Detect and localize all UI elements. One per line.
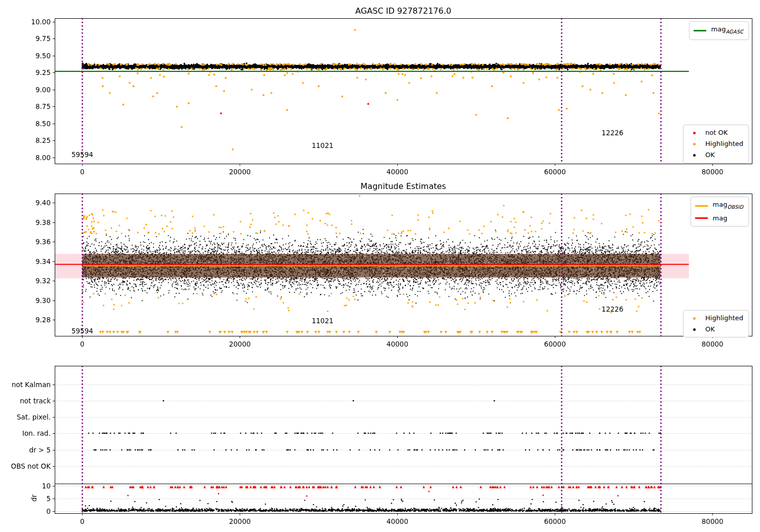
- magnitude-estimates-figure: AGASC ID 927872176.0 Magnitude Estimates…: [0, 0, 760, 532]
- x-tick-label: 0: [62, 339, 102, 349]
- annotation-obsid: 11021: [300, 317, 346, 325]
- legend-label: not OK: [705, 128, 728, 138]
- y-tick-label: 9.40: [0, 198, 51, 207]
- dr-tick-label: 5: [0, 494, 51, 503]
- dr-axis-label: dr: [30, 490, 38, 506]
- x-tick-label: 20000: [219, 517, 260, 526]
- legend-line-swatch: [694, 30, 707, 31]
- flag-row-label: Ion. rad.: [0, 429, 51, 438]
- x-tick-label: 40000: [377, 339, 417, 349]
- dr-tick-label: 10: [0, 481, 51, 490]
- annotation-obsid: 12226: [590, 129, 635, 137]
- legend-label: magOBSID: [713, 200, 743, 212]
- legend-point-status-middle: HighlightedOK: [683, 310, 749, 337]
- y-tick-label: 10.00: [0, 17, 51, 26]
- legend-entry: Highlighted: [688, 313, 743, 323]
- legend-label: Highlighted: [705, 313, 743, 323]
- legend-marker-dot: [688, 317, 701, 320]
- y-tick-label: 9.28: [0, 315, 51, 324]
- legend-line-swatch: [695, 205, 708, 207]
- legend-marker-dot: [688, 154, 701, 157]
- legend-label: Highlighted: [705, 139, 743, 149]
- legend-mag-agasc: magAGASC: [689, 21, 749, 40]
- y-tick-label: 9.30: [0, 296, 51, 305]
- y-tick-label: 9.32: [0, 276, 51, 285]
- legend-marker-dot: [688, 328, 701, 331]
- y-tick-label: 9.36: [0, 237, 51, 246]
- annotation-obsid: 12226: [590, 305, 635, 313]
- x-tick-label: 40000: [377, 517, 417, 526]
- annotation-obsid: 59594: [59, 327, 105, 335]
- y-tick-label: 9.25: [0, 68, 51, 77]
- legend-line-swatch: [695, 217, 708, 219]
- legend-entry: mag: [695, 213, 743, 223]
- legend-entry: not OK: [688, 128, 743, 138]
- legend-entry: magOBSID: [695, 200, 743, 212]
- x-tick-label: 60000: [535, 339, 575, 349]
- legend-entry: OK: [688, 150, 743, 160]
- panel2-title: Magnitude Estimates: [55, 181, 752, 191]
- x-tick-label: 80000: [692, 517, 733, 526]
- legend-marker-dot: [688, 143, 701, 145]
- y-tick-label: 9.38: [0, 218, 51, 227]
- x-tick-label: 20000: [219, 339, 260, 349]
- y-tick-label: 9.00: [0, 85, 51, 94]
- y-tick-label: 8.25: [0, 136, 51, 145]
- legend-entry: OK: [688, 324, 743, 334]
- panel1-title: AGASC ID 927872176.0: [55, 6, 752, 16]
- legend-mag-lines: magOBSIDmag: [691, 197, 749, 226]
- flag-row-label: not Kalman: [0, 380, 51, 389]
- legend-entry: Highlighted: [688, 139, 743, 149]
- legend-label: mag: [713, 213, 728, 223]
- y-tick-label: 9.50: [0, 51, 51, 60]
- x-tick-label: 0: [62, 167, 102, 176]
- legend-marker-dot: [688, 132, 701, 134]
- y-tick-label: 8.00: [0, 153, 51, 162]
- y-tick-label: 9.34: [0, 257, 51, 266]
- x-tick-label: 0: [62, 517, 102, 526]
- x-tick-label: 60000: [535, 517, 575, 526]
- plot-canvas: [0, 0, 760, 532]
- x-tick-label: 60000: [535, 167, 575, 176]
- x-tick-label: 40000: [377, 167, 417, 176]
- dr-tick-label: 0: [0, 507, 51, 516]
- legend-label: magAGASC: [711, 24, 743, 37]
- annotation-obsid: 59594: [59, 150, 105, 159]
- annotation-obsid: 11021: [300, 141, 346, 149]
- flag-row-label: Sat. pixel.: [0, 412, 51, 422]
- legend-label: OK: [705, 150, 715, 160]
- legend-entry: magAGASC: [694, 24, 743, 37]
- y-tick-label: 9.75: [0, 34, 51, 43]
- flag-row-label: dr > 5: [0, 445, 51, 454]
- flag-row-label: not track: [0, 396, 51, 405]
- legend-point-status-top: not OKHighlightedOK: [683, 125, 749, 163]
- x-tick-label: 80000: [692, 167, 733, 176]
- x-tick-label: 80000: [692, 339, 733, 349]
- legend-label: OK: [705, 324, 715, 334]
- y-tick-label: 8.50: [0, 119, 51, 128]
- x-tick-label: 20000: [219, 167, 260, 176]
- y-tick-label: 8.75: [0, 102, 51, 111]
- flag-row-label: OBS not OK: [0, 462, 51, 471]
